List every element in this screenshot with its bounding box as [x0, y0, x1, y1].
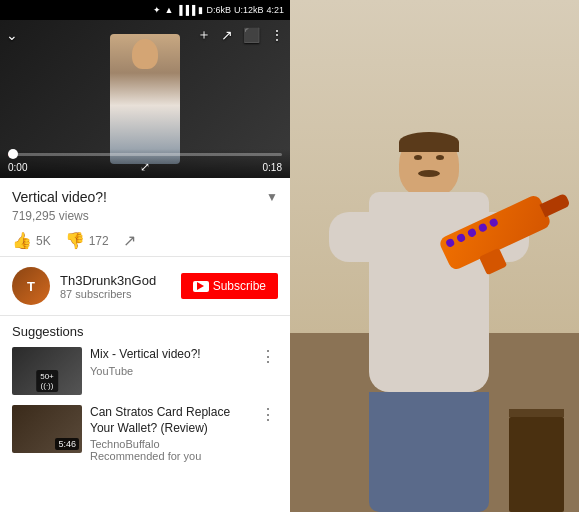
suggestion-info-1: Mix - Vertical video?! YouTube — [90, 347, 250, 377]
player-top-controls: ⌄ ＋ ↗ ⬛ ⋮ — [6, 26, 284, 44]
total-duration: 0:18 — [263, 162, 282, 173]
person-head — [399, 132, 459, 197]
person-jeans — [369, 392, 489, 512]
suggestion-item-1[interactable]: 50+((·)) Mix - Vertical video?! YouTube … — [12, 347, 278, 395]
suggestion-more-2[interactable]: ⋮ — [258, 405, 278, 424]
youtube-icon — [193, 281, 209, 292]
status-icons: ✦ ▲ ▐▐▐ ▮ D:6kB U:12kB 4:21 — [153, 5, 284, 15]
subscribe-button[interactable]: Subscribe — [181, 273, 278, 299]
battery-icon: ▮ — [198, 5, 203, 15]
upload-stat: U:12kB — [234, 5, 264, 15]
video-title-row: Vertical video?! ▼ — [12, 188, 278, 206]
channel-avatar[interactable]: T — [12, 267, 50, 305]
dresser-top — [509, 409, 564, 417]
subscribe-label: Subscribe — [213, 279, 266, 293]
suggestion-title-2: Can Stratos Card Replace Your Wallet? (R… — [90, 405, 250, 436]
collapse-icon[interactable]: ⌄ — [6, 27, 18, 43]
video-views: 719,295 views — [12, 209, 278, 223]
progress-dot[interactable] — [8, 149, 18, 159]
video-info: Vertical video?! ▼ 719,295 views 👍 5K 👎 … — [0, 178, 290, 257]
right-panel: D:6kB U:2kB — [290, 0, 579, 512]
channel-name[interactable]: Th3Drunk3nGod — [60, 273, 171, 288]
suggestion-thumb-1: 50+((·)) — [12, 347, 82, 395]
fullscreen-icon[interactable]: ⤢ — [140, 160, 150, 174]
suggestion-channel-2: TechnoBuffalo — [90, 438, 250, 450]
share-button[interactable]: ↗ — [123, 231, 136, 250]
suggestions-heading: Suggestions — [12, 324, 278, 339]
person-body — [369, 132, 489, 512]
person-mustache — [418, 170, 440, 177]
person-torso — [369, 192, 489, 392]
download-stat: D:6kB — [206, 5, 231, 15]
like-button[interactable]: 👍 5K — [12, 231, 51, 250]
suggestion-more-1[interactable]: ⋮ — [258, 347, 278, 366]
video-player[interactable]: ⌄ ＋ ↗ ⬛ ⋮ 0:00 ⤢ 0:18 — [0, 20, 290, 178]
status-bar: ✦ ▲ ▐▐▐ ▮ D:6kB U:12kB 4:21 — [0, 0, 290, 20]
time-row: 0:00 ⤢ 0:18 — [8, 160, 282, 174]
progress-bar[interactable] — [8, 153, 282, 156]
time-display: 4:21 — [266, 5, 284, 15]
channel-row: T Th3Drunk3nGod 87 subscribers Subscribe — [0, 257, 290, 316]
player-top-right: ＋ ↗ ⬛ ⋮ — [197, 26, 284, 44]
like-count: 5K — [36, 234, 51, 248]
person-hair — [399, 132, 459, 152]
share-video-icon[interactable]: ↗ — [221, 27, 233, 43]
thumbs-down-icon: 👎 — [65, 231, 85, 250]
dislike-count: 172 — [89, 234, 109, 248]
add-icon[interactable]: ＋ — [197, 26, 211, 44]
more-options-icon[interactable]: ⋮ — [270, 27, 284, 43]
cast-icon[interactable]: ⬛ — [243, 27, 260, 43]
bluetooth-icon: ✦ — [153, 5, 161, 15]
person-scene — [290, 0, 579, 512]
channel-info: Th3Drunk3nGod 87 subscribers — [60, 273, 171, 300]
suggestions-section: Suggestions 50+((·)) Mix - Vertical vide… — [0, 316, 290, 476]
signal-icon: ▐▐▐ — [176, 5, 195, 15]
video-title: Vertical video?! — [12, 188, 107, 206]
suggestion-meta-2: Recommended for you — [90, 450, 250, 462]
left-panel: ✦ ▲ ▐▐▐ ▮ D:6kB U:12kB 4:21 ⌄ ＋ ↗ ⬛ ⋮ — [0, 0, 290, 512]
suggestion-item-2[interactable]: 5:46 Can Stratos Card Replace Your Walle… — [12, 405, 278, 462]
suggestion-title-1: Mix - Vertical video?! — [90, 347, 250, 363]
player-bottom-controls: 0:00 ⤢ 0:18 — [0, 149, 290, 178]
suggestion-channel-1: YouTube — [90, 365, 250, 377]
current-time: 0:00 — [8, 162, 27, 173]
dropdown-icon[interactable]: ▼ — [266, 190, 278, 204]
video-duration-badge: 5:46 — [55, 438, 79, 450]
suggestion-info-2: Can Stratos Card Replace Your Wallet? (R… — [90, 405, 250, 462]
dresser — [509, 417, 564, 512]
dislike-button[interactable]: 👎 172 — [65, 231, 109, 250]
wifi-icon: ▲ — [164, 5, 173, 15]
action-row: 👍 5K 👎 172 ↗ — [12, 231, 278, 250]
thumbs-up-icon: 👍 — [12, 231, 32, 250]
mix-badge: 50+((·)) — [36, 370, 58, 392]
share-icon: ↗ — [123, 231, 136, 250]
suggestion-thumb-2: 5:46 — [12, 405, 82, 453]
channel-subscribers: 87 subscribers — [60, 288, 171, 300]
